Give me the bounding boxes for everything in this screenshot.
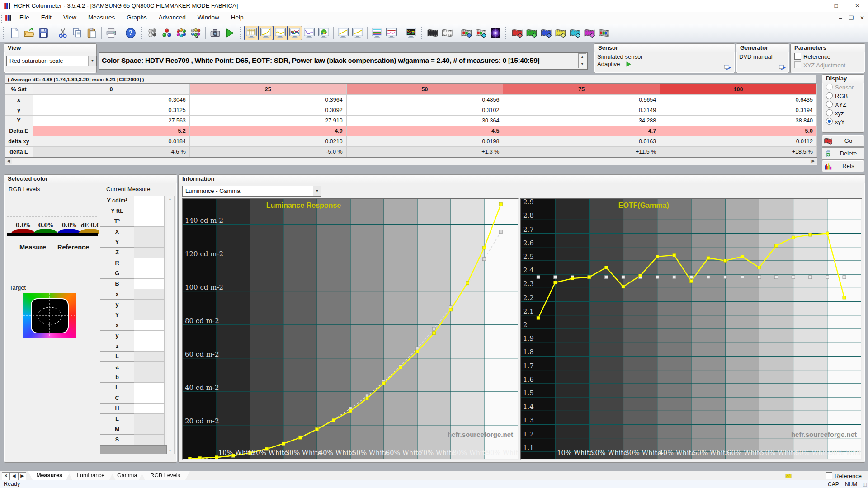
plasma-pattern-button[interactable] [488,26,503,40]
scroll-right-icon[interactable]: ▶ [810,158,817,164]
scale-select[interactable]: Red saturation scale ▼ [6,56,97,66]
colorchecker-measure-button[interactable] [189,26,203,40]
menu-edit[interactable]: Edit [35,12,57,23]
tab-rgb-levels[interactable]: RGB Levels [141,471,190,480]
run-measures-button[interactable] [222,26,237,40]
tab-close-button[interactable]: ✕ [2,472,10,480]
sat-cell[interactable]: +18.5 % [660,147,817,157]
tab-luminance[interactable]: Luminance [68,471,114,480]
saturation-table-hscrollbar[interactable]: ◀ ▶ [5,158,817,165]
delete-button[interactable]: Delete [822,147,864,160]
rgb-film-alt-button[interactable] [474,26,488,40]
sat-cell[interactable]: 0.3125 [33,105,190,116]
sat-cell[interactable]: +11.5 % [503,147,660,157]
mdi-restore-button[interactable]: ❐ [846,14,856,23]
mdi-close-button[interactable]: ✕ [857,14,867,23]
menu-help[interactable]: Help [225,12,250,23]
sat-cell[interactable]: 0.4856 [347,95,504,105]
luminance-log-view-button[interactable] [336,26,350,40]
toolbar-drag-handle[interactable] [505,27,508,39]
sat-cell[interactable]: 5.2 [33,126,190,136]
sat-cell[interactable]: 0.6435 [660,95,817,105]
white-film-button[interactable] [440,26,454,40]
menu-graphs[interactable]: Graphs [121,12,152,23]
display-radio-xyy[interactable]: xyY [822,117,864,126]
toolbar-drag-handle[interactable] [240,27,242,39]
grayscale-measure-button[interactable] [145,26,160,40]
sat-cell[interactable]: -5.0 % [190,147,347,157]
tab-gamma[interactable]: Gamma [111,471,144,480]
maximize-button[interactable]: □ [826,0,847,12]
print-button[interactable] [104,26,118,40]
paste-button[interactable] [85,26,99,40]
saturation-shift-view-button[interactable] [384,26,399,40]
sat-cell[interactable]: 0.0198 [347,136,504,147]
cyan-film-button[interactable] [568,26,582,40]
blue-film-button[interactable] [539,26,553,40]
mdi-minimize-button[interactable]: – [835,14,845,23]
sat-cell[interactable]: 5.0 [660,126,817,136]
rgb-levels-view-button[interactable] [288,26,302,40]
menu-view[interactable]: View [57,12,82,23]
sat-cell[interactable]: 27.563 [33,116,190,126]
help-button[interactable]: ? [123,26,138,40]
close-button[interactable]: ✕ [847,0,868,12]
menu-advanced[interactable]: Advanced [153,12,192,23]
black-film-button[interactable] [425,26,440,40]
menu-drag-handle[interactable] [1,14,3,23]
sat-cell[interactable]: 27.910 [190,116,347,126]
sat-cell[interactable]: 30.364 [347,116,504,126]
green-film-button[interactable] [524,26,539,40]
reference-checkbox[interactable]: Reference [826,472,862,479]
nearblack-view-button[interactable] [302,26,316,40]
sat-cell[interactable]: 34.288 [503,116,660,126]
primaries-measure-button[interactable] [160,26,174,40]
magenta-film-button[interactable] [582,26,597,40]
display-radio-rgb[interactable]: RGB [822,92,864,100]
red-film-button[interactable] [510,26,524,40]
minimize-button[interactable]: – [804,0,826,12]
sat-cell[interactable]: 4.9 [190,126,347,136]
sat-cell[interactable]: 38.840 [660,116,817,126]
sat-cell[interactable]: +1.3 % [347,147,504,157]
open-folder-button[interactable] [22,26,36,40]
info-spin-down-button[interactable]: ▼ [578,61,586,68]
tab-scroll-left-button[interactable]: ◀ [10,472,18,480]
sat-cell[interactable]: 4.5 [347,126,504,136]
luminance-view-button[interactable] [259,26,273,40]
cut-button[interactable] [56,26,70,40]
sat-cell[interactable]: 0.3046 [33,95,190,105]
scroll-down-icon[interactable]: ▼ [168,449,172,453]
scroll-up-icon[interactable]: ▲ [168,197,172,201]
sat-cell[interactable]: 4.7 [503,126,660,136]
sat-cell[interactable]: 0.0112 [660,136,817,147]
resize-grip[interactable]: ◫ [863,482,867,487]
sat-cell[interactable]: 0.3149 [503,105,660,116]
new-document-button[interactable] [7,26,22,40]
save-button[interactable] [36,26,51,40]
toolbar-drag-handle[interactable] [141,27,143,39]
measures-history-view-button[interactable] [404,26,418,40]
tab-scroll-right-button[interactable]: ▶ [18,472,26,480]
rgb-film-button[interactable] [459,26,474,40]
go-button[interactable]: Go [822,135,864,147]
refs-button[interactable]: Refs [822,160,864,172]
snapshot-camera-button[interactable] [208,26,222,40]
sensor-config-icon[interactable] [724,63,732,71]
cie-diagram-view-button[interactable] [316,26,331,40]
sat-cell[interactable]: 0.3194 [660,105,817,116]
scroll-left-icon[interactable]: ◀ [5,158,12,164]
generator-config-icon[interactable] [778,63,787,71]
sat-cell[interactable]: 0.3102 [347,105,504,116]
menu-measures[interactable]: Measures [82,12,121,23]
reference-checkbox-box[interactable] [826,472,832,479]
sat-cell[interactable]: 0.0184 [33,136,190,147]
adaptive-run-icon[interactable] [625,61,632,67]
toolbar-drag-handle[interactable] [421,27,424,39]
colortemp-view-button[interactable] [370,26,384,40]
sat-cell[interactable]: 0.0163 [503,136,660,147]
tab-measures[interactable]: Measures [28,471,71,480]
sat-cell[interactable]: 0.5654 [503,95,660,105]
gamma-view-button[interactable] [273,26,288,40]
sat-cell[interactable]: -4.6 % [33,147,190,157]
